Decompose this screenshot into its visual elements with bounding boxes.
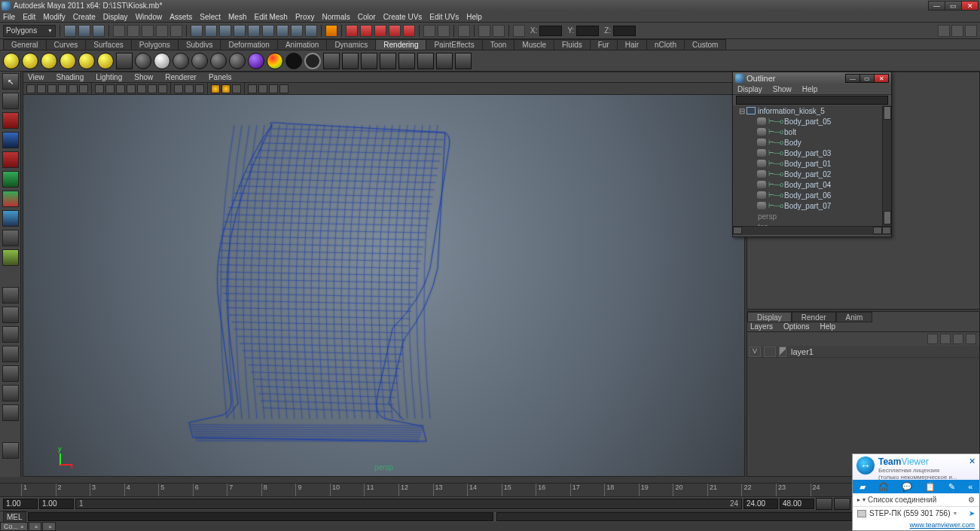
- pointer-icon[interactable]: ➤: [969, 509, 975, 517]
- light-point-icon[interactable]: [3, 53, 20, 69]
- layer-menu-help[interactable]: Help: [820, 322, 835, 331]
- menu-mesh[interactable]: Mesh: [228, 13, 246, 21]
- vp-xray-joints-icon[interactable]: [269, 84, 278, 93]
- select-tool-icon[interactable]: ↖: [2, 73, 19, 90]
- scroll-down-button[interactable]: [884, 211, 891, 224]
- material-lambert-icon[interactable]: [172, 53, 189, 69]
- cancel-batch-icon[interactable]: [417, 53, 434, 69]
- viewport-menu-renderer[interactable]: Renderer: [165, 73, 197, 81]
- batch-render-icon[interactable]: [398, 53, 415, 69]
- select-object-icon[interactable]: [156, 25, 168, 37]
- teamviewer-connection-row[interactable]: STEP-ПК (559 301 756) ▾ ➤: [853, 507, 979, 520]
- vp-smooth-shade-icon[interactable]: [185, 84, 194, 93]
- menu-proxy[interactable]: Proxy: [295, 13, 315, 21]
- render-region-icon[interactable]: [374, 25, 386, 37]
- vp-select-camera-icon[interactable]: [26, 84, 35, 93]
- vp-xray-icon[interactable]: [258, 84, 267, 93]
- redo-icon[interactable]: [127, 25, 139, 37]
- menu-create[interactable]: Create: [73, 13, 96, 21]
- four-pane-icon[interactable]: [2, 307, 19, 323]
- vp-high-quality-icon[interactable]: [232, 84, 241, 93]
- viewport-menu-panels[interactable]: Panels: [209, 73, 232, 81]
- scroll-right2-button[interactable]: [882, 227, 891, 234]
- vp-expose-icon[interactable]: [279, 84, 289, 93]
- tv-collapse-icon[interactable]: «: [968, 482, 972, 491]
- maximize-button[interactable]: ▭: [945, 1, 962, 11]
- menu-display[interactable]: Display: [103, 13, 128, 21]
- scroll-right-button[interactable]: [873, 227, 882, 234]
- outliner-scrollbar-horizontal[interactable]: [733, 226, 891, 235]
- z-field[interactable]: [613, 26, 636, 36]
- outliner-menu-help[interactable]: Help: [802, 85, 818, 93]
- outliner-scrollbar-vertical[interactable]: [882, 105, 891, 226]
- gear-icon[interactable]: ⚙: [968, 496, 975, 504]
- shelf-tab-muscle[interactable]: Muscle: [514, 39, 554, 50]
- material-ramp-icon[interactable]: [229, 53, 246, 69]
- vp-image-plane-icon[interactable]: [58, 84, 67, 93]
- attribute-editor-toggle-icon[interactable]: [938, 25, 950, 37]
- layer-new-empty-icon[interactable]: [953, 334, 963, 344]
- tv-audio-icon[interactable]: 🎧: [878, 482, 889, 492]
- panel-layout1-icon[interactable]: [423, 25, 435, 37]
- ipr-render-icon[interactable]: [360, 25, 372, 37]
- menu-create-uvs[interactable]: Create UVs: [383, 13, 423, 21]
- task-tab-0[interactable]: Co...×: [0, 522, 28, 531]
- playback-start-field[interactable]: 1.00: [39, 499, 74, 509]
- range-end-field[interactable]: 48.00: [780, 499, 814, 509]
- layer-color-swatch[interactable]: [779, 346, 786, 357]
- shader-node-icon[interactable]: [116, 53, 133, 69]
- task-tab-2[interactable]: ×: [42, 522, 56, 531]
- paint-select-tool-icon[interactable]: [2, 112, 19, 129]
- shelf-tab-custom[interactable]: Custom: [684, 39, 726, 50]
- outliner-minimize-button[interactable]: —: [845, 74, 860, 83]
- shelf-tab-dynamics[interactable]: Dynamics: [326, 39, 376, 50]
- layer-move-up-icon[interactable]: [927, 334, 938, 344]
- x-field[interactable]: [539, 26, 562, 36]
- layer-type-cell[interactable]: [764, 346, 776, 357]
- y-field[interactable]: [576, 26, 599, 36]
- outliner-item[interactable]: ⊢—oBody_part_02: [733, 169, 891, 179]
- light-spot-icon[interactable]: [60, 53, 76, 69]
- shelf-tab-hair[interactable]: Hair: [617, 39, 647, 50]
- vp-grease-pencil-icon[interactable]: [79, 84, 88, 93]
- outliner-item[interactable]: persp: [733, 211, 891, 221]
- light-area-icon[interactable]: [78, 53, 95, 69]
- layer-new-selected-icon[interactable]: [966, 334, 976, 344]
- teamviewer-connections-header[interactable]: ▸ ▾ Список соединений ⚙: [853, 493, 979, 507]
- outliner-item[interactable]: ⊢—oBody_part_04: [733, 179, 891, 190]
- outliner-titlebar[interactable]: Outliner — ▭ ✕: [733, 72, 891, 84]
- outliner-persp-icon[interactable]: [2, 385, 19, 401]
- tv-video-icon[interactable]: ▰: [859, 482, 866, 492]
- task-tab-1[interactable]: ×: [29, 522, 42, 531]
- teamviewer-panel[interactable]: ↔ TeamViewer Бесплатная лицензия (только…: [852, 453, 980, 531]
- range-start-field[interactable]: 1.00: [3, 499, 38, 509]
- 3d-paint-icon[interactable]: [455, 53, 472, 69]
- playback-end-field[interactable]: 24.00: [743, 499, 778, 509]
- teamviewer-close-button[interactable]: ✕: [969, 456, 975, 478]
- snap-curve-icon[interactable]: [205, 25, 217, 37]
- shelf-tab-curves[interactable]: Curves: [46, 39, 87, 50]
- outliner-menu-display[interactable]: Display: [737, 85, 762, 93]
- settings-icon[interactable]: [513, 25, 525, 37]
- material-layered-icon[interactable]: [248, 53, 264, 69]
- vp-gate-mask-icon[interactable]: [127, 84, 136, 93]
- step-back-icon[interactable]: [834, 498, 850, 510]
- outliner-close-button[interactable]: ✕: [874, 74, 889, 83]
- obj-xform-icon[interactable]: [458, 25, 470, 37]
- shelf-tab-animation[interactable]: Animation: [277, 39, 327, 50]
- ipr-icon[interactable]: [361, 53, 377, 69]
- vp-safe-action-icon[interactable]: [148, 84, 157, 93]
- vp-film-gate-icon[interactable]: [105, 84, 114, 93]
- shelf-tab-toon[interactable]: Toon: [482, 39, 515, 50]
- render-globals-icon[interactable]: [380, 53, 396, 69]
- render-view-icon[interactable]: [403, 25, 415, 37]
- shelf-tab-painteffects[interactable]: PaintEffects: [426, 39, 482, 50]
- command-input[interactable]: [28, 512, 493, 521]
- menu-select[interactable]: Select: [200, 13, 221, 21]
- shelf-tab-ncloth[interactable]: nCloth: [646, 39, 685, 50]
- shelf-tab-rendering[interactable]: Rendering: [375, 39, 426, 50]
- outliner-item[interactable]: ⊢—oBody_part_03: [733, 148, 891, 158]
- material-anisotropic-icon[interactable]: [135, 53, 151, 69]
- script-editor-icon[interactable]: [2, 442, 19, 459]
- undo-icon[interactable]: [113, 25, 125, 37]
